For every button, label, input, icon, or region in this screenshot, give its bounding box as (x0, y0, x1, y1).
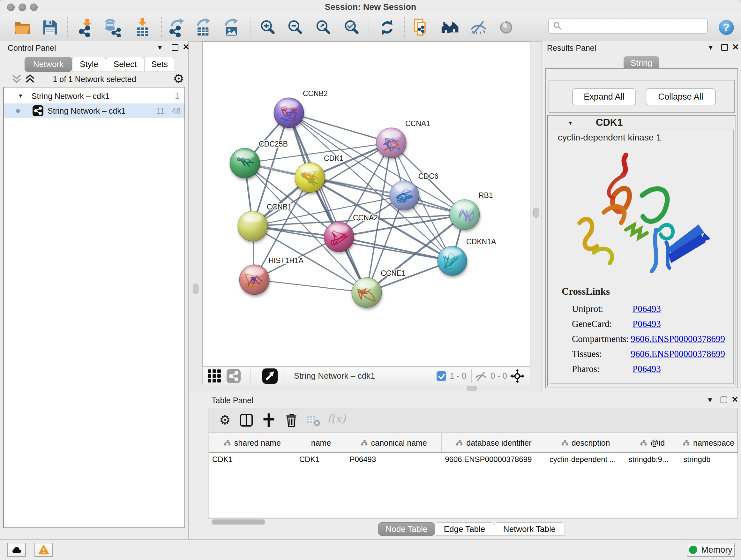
import-network-button[interactable] (74, 16, 98, 39)
network-node[interactable] (324, 222, 354, 252)
search-field[interactable] (548, 18, 708, 34)
splitter-handle[interactable] (467, 386, 477, 391)
network-node[interactable] (230, 148, 260, 178)
table-row[interactable]: CDK1CDK1P064939606.ENSP00000378699cyclin… (209, 453, 738, 468)
string-query-button[interactable] (409, 16, 434, 39)
selected-checkbox-icon[interactable] (436, 371, 447, 381)
crosslink-value-link[interactable]: P06493 (632, 304, 661, 314)
export-image-button[interactable] (219, 16, 243, 39)
crosslink-value-link[interactable]: 9606.ENSP00000378699 (630, 334, 725, 344)
close-panel-icon[interactable]: ✕ (183, 44, 190, 51)
open-in-window-icon[interactable] (262, 368, 278, 384)
edge-line[interactable] (289, 113, 367, 293)
collapse-triangle-icon[interactable]: ▼ (18, 93, 23, 99)
birdseye-grid-icon[interactable] (207, 369, 222, 383)
panel-menu-icon[interactable]: ▼ (707, 44, 714, 51)
hidden-eye-slash-icon (475, 370, 487, 383)
edge-line[interactable] (289, 113, 391, 143)
memory-button[interactable]: Memory (687, 543, 735, 557)
close-panel-icon[interactable]: ✕ (731, 396, 738, 403)
show-columns-icon[interactable] (239, 413, 254, 428)
expand-all-button[interactable]: Expand All (572, 88, 636, 105)
section-collapse-icon[interactable]: ▼ (568, 120, 573, 126)
tab-edge-table[interactable]: Edge Table (435, 522, 494, 536)
delete-table-icon[interactable] (306, 414, 321, 428)
column-header--id[interactable]: @id (625, 433, 680, 452)
network-node[interactable] (239, 265, 269, 295)
tab-string[interactable]: String (623, 56, 659, 70)
zoom-in-button[interactable] (256, 16, 280, 39)
gloss-highlight (395, 183, 414, 192)
tab-sets[interactable]: Sets (144, 57, 175, 72)
add-column-icon[interactable] (261, 413, 276, 428)
delete-column-trash-icon[interactable] (284, 413, 298, 428)
pan-crosshair-icon[interactable] (510, 368, 525, 384)
horizontal-scrollbar-thumb[interactable] (212, 519, 265, 524)
float-panel-icon[interactable] (172, 44, 179, 51)
show-all-button[interactable] (494, 16, 518, 39)
column-header-database-identifier[interactable]: database identifier (442, 433, 546, 452)
tab-select[interactable]: Select (106, 57, 144, 72)
network-node[interactable] (376, 128, 406, 158)
gloss-highlight (245, 267, 264, 276)
network-row-selected[interactable]: String Network – cdk1 11 48 (4, 104, 185, 118)
column-header-description[interactable]: description (546, 433, 625, 452)
network-canvas[interactable]: CCNB2CCNA1CDC25BCDK1CDC6RB1CCNB1CCNA2CDK… (202, 42, 530, 367)
gear-icon[interactable]: ⚙ (173, 72, 185, 85)
edge-line[interactable] (254, 280, 367, 293)
help-button[interactable]: ? (714, 16, 738, 39)
search-input[interactable] (565, 20, 704, 31)
zoom-fit-button[interactable] (312, 16, 336, 39)
crosslink-row: Compartments:9606.ENSP00000378699 (572, 334, 725, 344)
network-collection-row[interactable]: ▼ String Network – cdk1 1 (4, 89, 185, 104)
column-header-canonical-name[interactable]: canonical name (346, 433, 442, 452)
import-database-button[interactable] (101, 16, 125, 39)
tab-network-table[interactable]: Network Table (494, 522, 565, 536)
network-node[interactable] (437, 246, 467, 275)
network-node[interactable] (390, 181, 419, 210)
export-network-icon (168, 18, 186, 37)
network-node[interactable] (295, 163, 325, 192)
zoom-selected-button[interactable] (340, 16, 364, 39)
hide-selected-button[interactable] (466, 16, 490, 39)
save-session-button[interactable] (38, 16, 62, 39)
network-node[interactable] (450, 199, 480, 230)
apply-style-button[interactable] (375, 16, 399, 39)
panel-menu-icon[interactable]: ▼ (156, 44, 163, 51)
table-settings-gear-icon[interactable]: ⚙ (219, 414, 231, 426)
crosslink-value-link[interactable]: P06493 (632, 319, 661, 329)
function-builder-button[interactable]: f(x) (327, 412, 346, 425)
network-node[interactable] (352, 277, 382, 307)
float-panel-icon[interactable] (721, 44, 728, 51)
column-header-name[interactable]: name (296, 433, 347, 452)
crosslink-value-link[interactable]: P06493 (632, 364, 661, 374)
home-layouts-button[interactable] (438, 16, 462, 39)
tab-network[interactable]: Network (24, 57, 72, 72)
network-node[interactable] (274, 98, 304, 128)
column-header-namespace[interactable]: namespace (680, 433, 738, 452)
export-network-button[interactable] (165, 16, 189, 39)
warnings-button[interactable] (35, 543, 53, 557)
splitter-handle[interactable] (533, 207, 539, 218)
close-panel-icon[interactable]: ✕ (732, 44, 739, 51)
splitter-handle[interactable] (193, 284, 199, 294)
tab-node-table[interactable]: Node Table (378, 522, 435, 536)
gloss-highlight (243, 213, 262, 222)
toolbar-separator (283, 369, 283, 383)
edge-line[interactable] (339, 237, 452, 261)
network-selection-summary: 1 of 1 Network selected (0, 75, 189, 84)
zoom-out-button[interactable] (283, 16, 308, 39)
import-table-button[interactable] (130, 16, 154, 39)
open-session-button[interactable] (10, 16, 35, 39)
tab-style[interactable]: Style (72, 57, 106, 72)
float-panel-icon[interactable] (721, 396, 727, 403)
string-settings-icon[interactable] (226, 369, 241, 383)
cloud-button[interactable] (7, 543, 26, 557)
collapse-all-button[interactable]: Collapse All (646, 88, 716, 105)
column-header-shared-name[interactable]: shared name (209, 433, 296, 452)
panel-menu-icon[interactable]: ▼ (706, 396, 714, 403)
crosslink-value-link[interactable]: 9606.ENSP00000378699 (630, 349, 725, 359)
export-table-button[interactable] (191, 16, 215, 39)
network-node[interactable] (238, 211, 268, 241)
network-canvas-svg[interactable]: CCNB2CCNA1CDC25BCDK1CDC6RB1CCNB1CCNA2CDK… (203, 42, 530, 366)
